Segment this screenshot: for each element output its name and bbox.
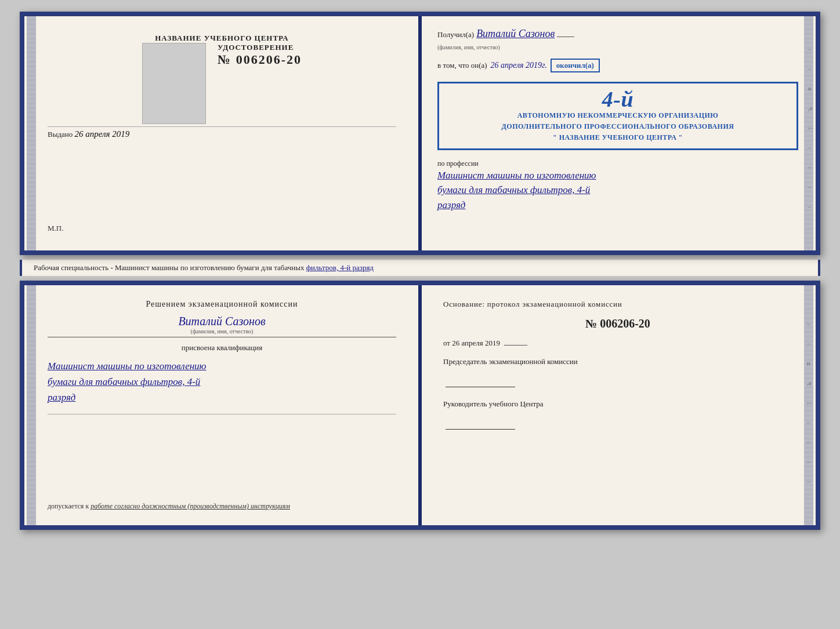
top-certificate-book: НАЗВАНИЕ УЧЕБНОГО ЦЕНТРА УДОСТОВЕРЕНИЕ №… [20,12,820,255]
bottom-left-cover-decoration [27,285,36,525]
qual-line1: Машинист машины по изготовлению [48,358,396,374]
protocol-number: № 006206-20 [443,317,792,330]
top-cert-left-page: НАЗВАНИЕ УЧЕБНОГО ЦЕНТРА УДОСТОВЕРЕНИЕ №… [24,16,420,250]
rukovoditel-signature-line [446,429,515,430]
profession-section: по профессии Машинист машины по изготовл… [437,159,798,213]
middle-strip-underlined: фильтров, 4-й разряд [306,263,374,272]
predsedatel-signature-line [446,387,515,387]
recipient-name: Виталий Сазонов [476,28,555,40]
recipient-line: Получил(а) Виталий Сазонов (фамилия, имя… [437,28,798,52]
date-line: в том, что он(а) 26 апреля 2019г. окончи… [437,59,798,72]
issued-date: 26 апреля 2019 [75,129,130,139]
qual-line2: бумаги для табачных фильтров, 4-й [48,374,396,390]
prof-line1: Машинист машины по изготовлению [437,168,798,183]
stamp-line2: ДОПОЛНИТЕЛЬНОГО ПРОФЕССИОНАЛЬНОГО ОБРАЗО… [448,121,787,132]
rukovoditel-label: Руководитель учебного Центра [443,398,792,410]
okanchil-box: окончил(а) [551,59,600,72]
middle-strip-prefix: Рабочая специальность - Машинист машины … [34,263,304,272]
poluchil-label: Получил(а) [437,30,474,39]
issued-line: Выдано 26 апреля 2019 [48,129,396,139]
predsedatel-label: Председатель экзаменационной комиссии [443,356,792,368]
document-container: НАЗВАНИЕ УЧЕБНОГО ЦЕНТРА УДОСТОВЕРЕНИЕ №… [20,12,820,530]
doc-label: УДОСТОВЕРЕНИЕ [218,43,302,52]
po-professii-label: по профессии [437,159,479,168]
qual-line3: разряд [48,390,396,405]
qualification-section: Машинист машины по изготовлению бумаги д… [48,358,396,406]
dopuskaetsya-text: работе согласно должностным (производств… [90,502,290,510]
stamp-big-number: 4-й [448,88,787,110]
protocol-date: от 26 апреля 2019 [443,339,792,348]
stamp-block: 4-й АВТОНОМНУЮ НЕКОММЕРЧЕСКУЮ ОРГАНИЗАЦИ… [437,82,798,150]
stamp-line3: " НАЗВАНИЕ УЧЕБНОГО ЦЕНТРА " [448,132,787,143]
stamp-line1: АВТОНОМНУЮ НЕКОММЕРЧЕСКУЮ ОРГАНИЗАЦИЮ [448,110,787,121]
cert-number-section: УДОСТОВЕРЕНИЕ № 006206-20 [218,43,302,67]
bottom-certificate-book: Решением экзаменационной комиссии Витали… [20,281,820,530]
top-cert-right-page: Получил(а) Виталий Сазонов (фамилия, имя… [420,16,816,250]
training-center-title: НАЗВАНИЕ УЧЕБНОГО ЦЕНТРА [155,34,289,43]
rukovoditel-section: Руководитель учебного Центра [443,398,792,432]
vtom-date: 26 апреля 2019г. [491,61,547,70]
prisvoena-label: присвоена квалификация [48,343,396,352]
mp-label: М.П. [48,224,63,233]
fio-caption: (фамилия, имя, отчество) [437,44,500,50]
bottom-cert-left-page: Решением экзаменационной комиссии Витали… [24,285,420,525]
middle-strip: Рабочая специальность - Машинист машины … [20,260,820,276]
bottom-person-name: Виталий Сазонов [48,315,396,328]
date-label: от [443,339,450,347]
dopuskaetsya-label: допускается к [48,502,89,510]
right-cover-decoration [804,16,813,250]
komissia-title: Решением экзаменационной комиссии [48,300,396,309]
prof-line3: разряд [437,198,798,213]
bottom-cert-right-page: Основание: протокол экзаменационной коми… [420,285,816,525]
prof-line2: бумаги для табачных фильтров, 4-й [437,183,798,198]
predsedatel-section: Председатель экзаменационной комиссии [443,356,792,390]
bottom-fio-caption: (фамилия, имя, отчество) [48,328,396,335]
photo-placeholder [142,43,206,124]
osnov-title: Основание: протокол экзаменационной коми… [443,300,792,309]
date-value: 26 апреля 2019 [452,339,500,347]
bottom-right-cover-decoration [804,285,813,525]
vtom-prefix: в том, что он(а) [437,61,487,70]
dopuskaetsya-section: допускается к работе согласно должностны… [48,502,396,511]
doc-number: № 006206-20 [218,52,302,67]
